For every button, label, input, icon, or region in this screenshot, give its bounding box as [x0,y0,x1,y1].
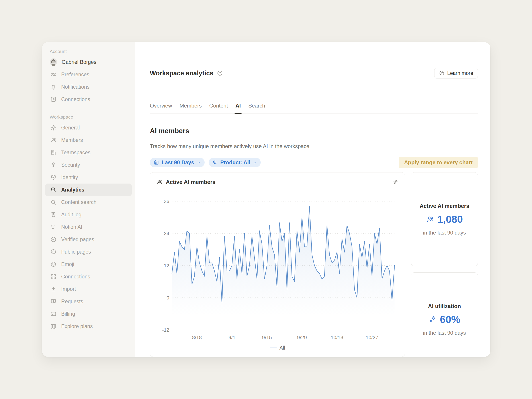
sidebar-item-label: General [61,125,80,131]
page-title: Workspace analytics [150,70,213,77]
page-title-group: Workspace analytics [150,70,223,77]
x-axis-tick-label: 8/18 [192,335,202,340]
avatar [50,58,57,66]
people-icon [50,137,57,143]
sidebar-item-members[interactable]: Members [45,134,132,146]
verified-badge-icon [50,236,57,243]
page-header: Workspace analytics Learn more [150,67,478,79]
globe-icon [50,248,57,255]
bell-icon [50,83,57,90]
sidebar-item-label: Import [61,286,76,292]
stat-caption: in the last 90 days [423,230,466,236]
sparkles-icon [429,315,437,324]
x-axis-tick-label: 10/27 [366,335,378,340]
sidebar-item-connections[interactable]: Connections [45,270,132,283]
legend-label: All [279,345,285,351]
sidebar-item-label: Security [61,162,80,168]
people-icon [426,215,434,223]
chart-title: Active AI members [166,179,389,185]
sidebar-item-teamspaces[interactable]: Teamspaces [45,146,132,159]
sidebar-item-security[interactable]: Security [45,159,132,171]
stat-card-ai-utilization: AI utilization 60% in the last 90 days [411,272,478,357]
people-icon [156,179,163,185]
sliders-icon [50,71,57,78]
chart-legend: All [150,345,405,351]
x-axis-tick-label: 9/15 [262,335,272,340]
stat-caption: in the last 90 days [423,330,466,336]
tab-search[interactable]: Search [248,103,265,113]
apply-range-button[interactable]: Apply range to every chart [399,157,478,168]
stat-title: AI utilization [428,303,461,310]
smile-icon [50,261,57,267]
sidebar-item-gabriel-borges[interactable]: Gabriel Borges [45,56,132,68]
scroll-icon [50,211,57,218]
sidebar-item-emoji[interactable]: Emoji [45,258,132,270]
x-axis-tick-label: 10/13 [331,335,343,340]
help-icon[interactable] [217,70,223,76]
section-heading: AI members [150,126,478,136]
stat-value-row: 60% [429,313,460,325]
sidebar-item-identity[interactable]: Identity [45,171,132,184]
sidebar-item-public-pages[interactable]: Public pages [45,246,132,258]
notion-settings-window: AccountGabriel BorgesPreferencesNotifica… [42,42,490,357]
sidebar-section-label-account: Account [45,47,132,56]
analytics-tabs: OverviewMembersContentAISearch [150,87,478,114]
tab-ai[interactable]: AI [235,103,241,113]
sidebar-item-import[interactable]: Import [45,283,132,295]
sidebar-item-preferences[interactable]: Preferences [45,68,132,81]
sidebar-item-label: Notion AI [61,224,82,230]
active-ai-members-chart-card: 3624120-128/189/19/159/2910/1310/27 Acti… [150,172,405,357]
shield-check-icon [50,174,57,181]
learn-more-button[interactable]: Learn more [434,68,478,78]
y-axis-tick-label: 12 [164,263,169,268]
learn-more-label: Learn more [447,70,473,76]
search-icon [50,199,57,205]
sidebar-item-billing[interactable]: Billing [45,308,132,320]
help-circle-icon [439,70,445,76]
sidebar-item-label: Teamspaces [61,150,90,156]
ai-face-icon [50,224,57,230]
tab-content[interactable]: Content [209,103,228,113]
sidebar-item-label: Billing [61,311,75,317]
sidebar-item-label: Public pages [61,249,91,255]
gear-icon [50,124,57,131]
sidebar-item-notifications[interactable]: Notifications [45,81,132,93]
sidebar-item-notion-ai[interactable]: Notion AI [45,221,132,233]
sidebar-sections: AccountGabriel BorgesPreferencesNotifica… [45,47,132,332]
stat-cards-column: Active AI members 1,080 in the last 90 d… [411,172,478,357]
sidebar-item-requests[interactable]: Requests [45,295,132,308]
tab-overview[interactable]: Overview [150,103,172,113]
product-filter[interactable]: Product: All [209,158,261,167]
sidebar-section-gap [45,106,132,112]
sidebar-item-content-search[interactable]: Content search [45,196,132,208]
sidebar-item-audit-log[interactable]: Audit log [45,208,132,221]
sidebar-item-general[interactable]: General [45,121,132,134]
tab-members[interactable]: Members [180,103,202,113]
sidebar-item-label: Preferences [61,72,89,78]
sidebar-item-connections[interactable]: Connections [45,93,132,106]
sidebar-item-label: Gabriel Borges [62,59,96,65]
grid-icon [50,273,57,280]
sidebar-item-explore-plans[interactable]: Explore plans [45,320,132,332]
external-link-icon [50,96,57,103]
chevron-down-icon [253,160,257,165]
import-icon [50,286,57,292]
sidebar-item-analytics[interactable]: Analytics [45,184,132,196]
chart-card-header: Active AI members [156,179,399,185]
calendar-icon [153,160,159,165]
stat-card-active-ai-members: Active AI members 1,080 in the last 90 d… [411,172,478,266]
sidebar-item-label: Identity [61,174,78,180]
chart-options-icon[interactable] [392,179,399,185]
stat-value: 60% [440,313,460,325]
date-range-filter[interactable]: Last 90 Days [150,158,205,167]
legend-line-swatch [270,348,277,348]
stat-title: Active AI members [420,203,469,209]
sidebar-item-label: Audit log [61,212,81,218]
active-ai-members-line-chart: 3624120-128/189/19/159/2910/1310/27 [150,172,405,357]
credit-card-icon [50,310,57,317]
y-axis-tick-label: 24 [164,231,169,236]
y-axis-tick-label: 36 [164,199,169,204]
sidebar-item-label: Explore plans [61,323,93,329]
sidebar-item-verified-pages[interactable]: Verified pages [45,233,132,246]
stat-value-row: 1,080 [426,213,463,225]
